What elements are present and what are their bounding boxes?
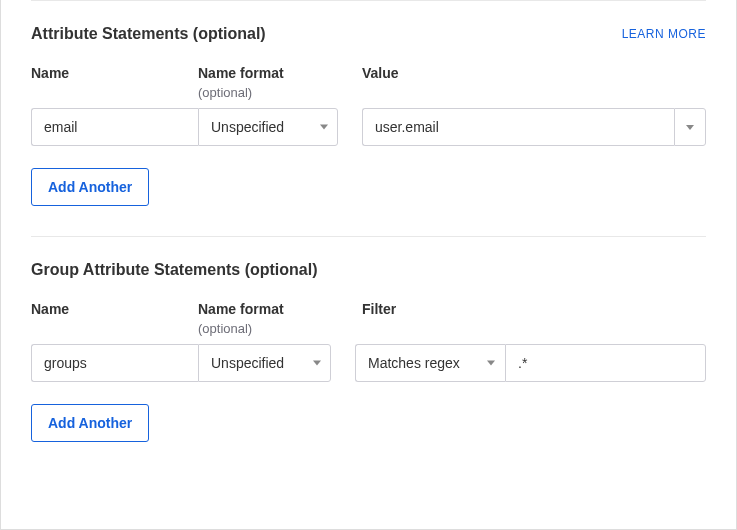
attribute-statements-title: Attribute Statements (optional) [31, 25, 266, 43]
group-row: Unspecified Matches regex [31, 344, 706, 382]
attr-value-dropdown-button[interactable] [674, 108, 706, 146]
attr-value-label: Value [362, 65, 706, 81]
attr-name-label: Name [31, 65, 198, 81]
group-attribute-statements-title: Group Attribute Statements (optional) [31, 261, 318, 279]
attr-value-input[interactable] [362, 108, 674, 146]
group-add-another-button[interactable]: Add Another [31, 404, 149, 442]
group-filter-type-select[interactable]: Matches regex [355, 344, 505, 382]
attribute-statements-section: Attribute Statements (optional) LEARN MO… [31, 1, 706, 206]
group-attribute-statements-section: Group Attribute Statements (optional) Na… [31, 236, 706, 442]
attr-format-label: Name format [198, 65, 338, 81]
learn-more-link[interactable]: LEARN MORE [622, 27, 706, 41]
attr-add-another-button[interactable]: Add Another [31, 168, 149, 206]
group-format-label: Name format [198, 301, 338, 317]
group-filter-label: Filter [362, 301, 706, 317]
group-name-label: Name [31, 301, 198, 317]
attr-format-select[interactable]: Unspecified [198, 108, 338, 146]
group-filter-value-input[interactable] [505, 344, 706, 382]
chevron-down-icon [686, 125, 694, 130]
group-name-input[interactable] [31, 344, 198, 382]
attr-format-sublabel: (optional) [198, 85, 338, 100]
attr-row: Unspecified [31, 108, 706, 146]
group-format-select[interactable]: Unspecified [198, 344, 331, 382]
attr-name-input[interactable] [31, 108, 198, 146]
group-format-sublabel: (optional) [198, 321, 338, 336]
